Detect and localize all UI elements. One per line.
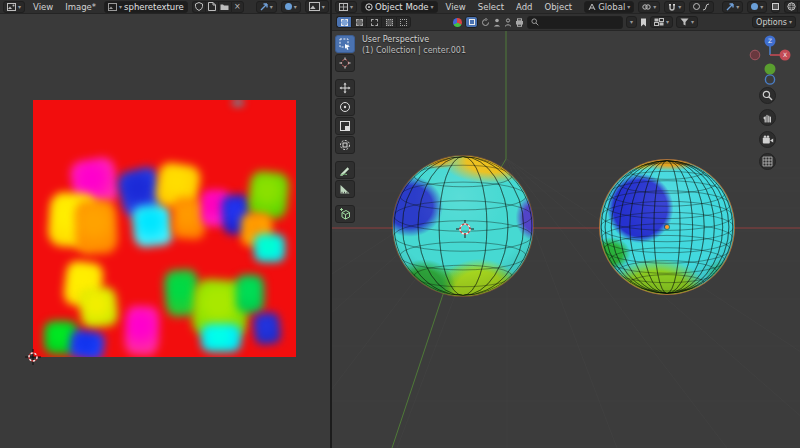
image-editor-panel: ▾ View Image* ▾ spheretexture: [0, 0, 330, 448]
texture-patch: [131, 203, 175, 248]
context-label: (1) Collection | center.001: [362, 45, 466, 56]
falloff-curve-icon: [702, 3, 710, 11]
menu-add[interactable]: Add: [512, 2, 536, 12]
options-button[interactable]: Options ▾: [752, 16, 796, 28]
perspective-grid-icon: [762, 156, 773, 167]
snap-toggle-button[interactable]: ▾: [664, 1, 685, 13]
tool-transform[interactable]: [335, 136, 355, 154]
viewport-overlay-text: User Perspective (1) Collection | center…: [362, 34, 466, 56]
new-image-button[interactable]: [205, 1, 218, 13]
shield-icon: [195, 2, 203, 11]
texture-patch: [74, 199, 119, 255]
tool-move[interactable]: [335, 79, 355, 97]
xray-toggle-button[interactable]: [771, 1, 780, 13]
pivot-point-dropdown[interactable]: ▾: [638, 1, 660, 13]
new-file-icon: [208, 2, 216, 11]
unlink-image-button[interactable]: ×: [231, 1, 244, 13]
image-editor-canvas[interactable]: [0, 14, 330, 448]
square-toggle-button[interactable]: [465, 16, 478, 28]
cursor-tool-icon: [339, 57, 351, 69]
transform-orientation-dropdown[interactable]: Global ▾: [584, 1, 634, 13]
search-field[interactable]: [527, 16, 623, 29]
magnet-icon: [668, 3, 676, 11]
perspective-toggle-button[interactable]: [759, 153, 776, 170]
show-overlays-button[interactable]: ▾: [747, 1, 767, 13]
navigation-gizmo[interactable]: Z X: [748, 33, 792, 87]
orientation-axes-icon: [588, 3, 596, 11]
gizmo-minus-x-axis[interactable]: [750, 50, 760, 60]
tool-rotate[interactable]: [335, 98, 355, 116]
texture-patch: [254, 234, 286, 262]
tool-settings-bar: ▾ ▾ ▾ Options ▾: [332, 14, 800, 31]
collections-dropdown-button[interactable]: ▾: [650, 16, 673, 28]
tool-measure[interactable]: [335, 180, 355, 198]
viewport-canvas[interactable]: User Perspective (1) Collection | center…: [332, 31, 800, 448]
cycle-icon[interactable]: [481, 18, 490, 27]
scale-icon: [339, 120, 351, 132]
pivot-icon: [642, 3, 651, 11]
zoom-button[interactable]: [759, 87, 776, 104]
menu-select[interactable]: Select: [474, 2, 508, 12]
show-gizmo-button[interactable]: ▾: [722, 1, 743, 13]
viewport-header: ▾ Object Mode ▾ View Select Add Object G…: [332, 0, 800, 14]
texture-image[interactable]: [33, 100, 296, 357]
wireframe-sphere-icon: [787, 2, 796, 11]
image-datablock-selector[interactable]: ▾ spheretexture: [104, 1, 188, 13]
printer-icon[interactable]: [515, 18, 524, 27]
filter-dropdown-button[interactable]: ▾: [676, 16, 698, 28]
select-subtract-icon: [371, 19, 378, 26]
orientation-label: Global: [598, 2, 625, 12]
gizmo-y-axis[interactable]: [765, 64, 776, 75]
menu-view[interactable]: View: [442, 2, 470, 12]
editor-type-button[interactable]: ▾: [335, 1, 357, 13]
display-channels-button[interactable]: ▾: [305, 0, 329, 13]
open-image-button[interactable]: [218, 1, 231, 13]
camera-view-button[interactable]: [759, 131, 776, 148]
bookmark-icon[interactable]: [640, 18, 647, 27]
annotate-pencil-icon: [339, 164, 351, 176]
color-ball-icon[interactable]: [453, 18, 462, 27]
hand-icon: [762, 112, 773, 123]
image-editor-header: ▾ View Image* ▾ spheretexture: [0, 0, 330, 14]
sort-dropdown-button[interactable]: ▾: [626, 16, 637, 28]
person-outline-icon[interactable]: [504, 18, 512, 27]
add-cube-icon: [339, 208, 351, 220]
menu-view[interactable]: View: [29, 2, 57, 12]
viewport-toolbar: [335, 35, 355, 223]
image-name: spheretexture: [124, 2, 184, 12]
search-icon: [531, 18, 539, 26]
chevron-down-icon: ▾: [119, 4, 122, 10]
fake-user-button[interactable]: [192, 1, 205, 13]
select-mode-set-button[interactable]: [336, 16, 351, 28]
mode-label: Object Mode: [375, 2, 429, 12]
select-mode-invert-button[interactable]: [381, 16, 396, 28]
select-invert-icon: [386, 19, 393, 26]
transform-icon: [339, 139, 351, 151]
editor-type-button[interactable]: ▾: [3, 1, 25, 13]
proportional-edit-group[interactable]: [689, 1, 714, 13]
mode-dropdown[interactable]: Object Mode ▾: [361, 1, 438, 13]
texture-patch: [68, 329, 106, 357]
shading-wireframe-button[interactable]: [784, 1, 797, 13]
camera-icon: [762, 135, 774, 145]
select-mode-subtract-button[interactable]: [366, 16, 381, 28]
sphere-right[interactable]: [600, 160, 734, 294]
tool-cursor[interactable]: [335, 54, 355, 72]
gizmos-toggle-button[interactable]: ▾: [256, 1, 277, 13]
menu-object[interactable]: Object: [540, 2, 576, 12]
overlays-toggle-button[interactable]: ▾: [281, 1, 301, 13]
texture-patch: [124, 305, 160, 355]
menu-image[interactable]: Image*: [61, 2, 100, 12]
select-set-icon: [341, 19, 348, 26]
tool-select-box[interactable]: [335, 35, 355, 53]
person-icon[interactable]: [493, 18, 501, 27]
tool-add-primitive[interactable]: [335, 205, 355, 223]
tool-scale[interactable]: [335, 117, 355, 135]
tool-annotate[interactable]: [335, 161, 355, 179]
gizmo-arrow-icon: [260, 3, 268, 11]
texture-patch: [78, 286, 119, 328]
gizmo-minus-z-axis[interactable]: [765, 75, 774, 84]
select-mode-extend-button[interactable]: [351, 16, 366, 28]
select-mode-intersect-button[interactable]: [396, 16, 411, 28]
pan-button[interactable]: [759, 109, 776, 126]
